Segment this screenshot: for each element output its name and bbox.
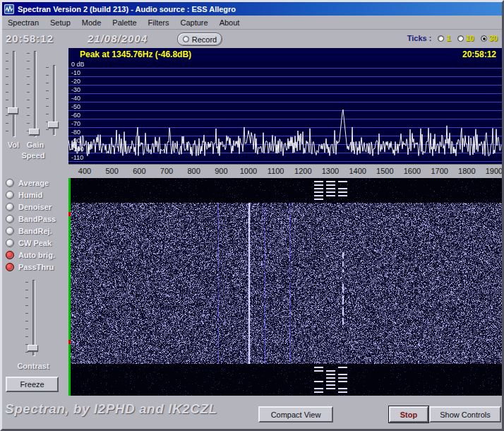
freeze-button[interactable]: Freeze	[6, 377, 59, 392]
show-controls-button[interactable]: Show Controls	[429, 406, 501, 423]
slider-thumb[interactable]	[8, 107, 18, 114]
vol-label: Vol	[4, 141, 23, 149]
led-passthru[interactable]: PassThru	[6, 261, 54, 273]
speed-slider[interactable]	[46, 65, 60, 136]
freq-tick-label: 1200	[292, 167, 313, 175]
led-bandpass[interactable]: BandPass	[6, 213, 56, 225]
menu-mode[interactable]: Mode	[76, 16, 107, 29]
freq-tick-label: 1900	[484, 167, 504, 175]
speed-label: Speed	[11, 151, 56, 160]
led-cw-peak[interactable]: CW Peak	[6, 237, 52, 249]
freq-tick-label: 500	[102, 167, 123, 175]
menu-setup[interactable]: Setup	[44, 16, 76, 29]
freq-tick-label: 1100	[265, 167, 287, 175]
slider-track	[34, 51, 37, 137]
ticks-radio-30[interactable]: 30	[481, 34, 498, 42]
menu-spectran[interactable]: Spectran	[2, 16, 44, 29]
led-icon	[6, 215, 14, 223]
window-title: Spectran Version 2 (build 213) - Audio s…	[18, 5, 236, 13]
led-label: Denoiser	[18, 203, 52, 211]
freq-tick-label: 1600	[402, 167, 423, 175]
frequency-scale: 4005006007008009001000110012001300140015…	[68, 164, 502, 178]
led-auto-brig[interactable]: Auto brig.	[6, 249, 55, 261]
led-denoiser[interactable]: Denoiser	[6, 201, 52, 213]
ticks-option-label: 30	[489, 34, 498, 42]
ticks-option-label: 10	[466, 34, 474, 42]
spectrum-display-area: Peak at 1345.76Hz (-46.8dB) 20:58:12 400…	[68, 48, 502, 396]
menu-capture[interactable]: Capture	[175, 16, 214, 29]
menu-palette[interactable]: Palette	[107, 16, 142, 29]
led-label: Auto brig.	[18, 251, 55, 259]
display-clock: 20:58:12	[462, 49, 496, 59]
control-row: 20:58:12 21/08/2004 Record Ticks : 1 10 …	[2, 30, 502, 48]
led-label: PassThru	[18, 263, 54, 271]
menu-about[interactable]: About	[214, 16, 246, 29]
app-window: Spectran Version 2 (build 213) - Audio s…	[0, 0, 504, 431]
volume-slider[interactable]	[6, 51, 20, 137]
led-bandrej[interactable]: BandRej.	[6, 225, 52, 237]
led-icon	[6, 191, 14, 199]
freq-tick-label: 1700	[429, 167, 450, 175]
ticks-group: Ticks : 1 10 30	[407, 34, 498, 42]
credit-text: Spectran, by I2PHD and IK2CZL	[5, 401, 217, 417]
freq-tick-label: 1500	[374, 167, 395, 175]
app-icon	[4, 4, 14, 14]
led-icon	[6, 239, 14, 247]
freq-tick-label: 400	[74, 167, 95, 175]
ticks-option-label: 1	[446, 34, 450, 42]
freq-tick-label: 700	[156, 167, 177, 175]
freq-tick-label: 1800	[456, 167, 477, 175]
spectrum-plot[interactable]	[68, 61, 502, 164]
led-icon	[6, 263, 14, 271]
slider-thumb[interactable]	[29, 129, 40, 135]
slider-thumb[interactable]	[48, 122, 59, 128]
footer-bar: Spectran, by I2PHD and IK2CZL Compact Vi…	[2, 396, 502, 429]
slider-thumb[interactable]	[28, 345, 38, 351]
led-average[interactable]: Average	[6, 177, 49, 189]
peak-header: Peak at 1345.76Hz (-46.8dB) 20:58:12	[68, 48, 502, 61]
ticks-radio-10[interactable]: 10	[457, 34, 474, 42]
gain-slider[interactable]	[27, 51, 41, 137]
slider-track	[13, 51, 16, 137]
record-button[interactable]: Record	[177, 33, 222, 46]
freq-tick-label: 900	[210, 167, 232, 175]
time-display: 20:58:12	[6, 33, 54, 45]
date-display: 21/08/2004	[88, 33, 148, 45]
led-humid[interactable]: Humid	[6, 189, 42, 201]
led-label: BandPass	[18, 215, 56, 223]
record-label: Record	[192, 35, 217, 44]
compact-view-button[interactable]: Compact View	[258, 406, 333, 423]
stop-button[interactable]: Stop	[389, 406, 428, 423]
waterfall-display[interactable]	[68, 178, 502, 396]
slider-ticks	[27, 53, 30, 135]
freq-tick-label: 1000	[238, 167, 259, 175]
radio-icon	[457, 35, 464, 42]
led-label: BandRej.	[18, 227, 52, 235]
ticks-radio-1[interactable]: 1	[438, 34, 450, 42]
record-led-icon	[183, 36, 189, 42]
radio-icon	[438, 35, 444, 42]
slider-ticks	[25, 282, 28, 354]
led-icon	[6, 203, 14, 211]
contrast-slider[interactable]	[25, 280, 40, 356]
freq-tick-label: 1400	[347, 167, 368, 175]
freq-tick-label: 600	[128, 167, 150, 175]
peak-readout: Peak at 1345.76Hz (-46.8dB)	[80, 49, 191, 59]
freq-tick-label: 800	[184, 167, 205, 175]
control-sidebar: Vol Gain Speed Average Humid Denoiser Ba…	[2, 48, 68, 396]
freq-tick-label: 1300	[320, 167, 341, 175]
led-label: CW Peak	[18, 239, 52, 247]
ticks-label: Ticks :	[407, 34, 432, 42]
led-label: Average	[18, 179, 49, 187]
gain-label: Gain	[23, 141, 47, 149]
contrast-label: Contrast	[5, 362, 61, 370]
slider-ticks	[6, 53, 8, 135]
led-icon	[6, 179, 14, 187]
led-icon	[6, 251, 14, 259]
menu-bar: Spectran Setup Mode Palette Filters Capt…	[2, 16, 502, 30]
menu-filters[interactable]: Filters	[143, 16, 175, 29]
radio-icon	[481, 35, 487, 42]
led-icon	[6, 227, 14, 235]
led-label: Humid	[18, 191, 42, 199]
title-bar[interactable]: Spectran Version 2 (build 213) - Audio s…	[2, 2, 502, 16]
